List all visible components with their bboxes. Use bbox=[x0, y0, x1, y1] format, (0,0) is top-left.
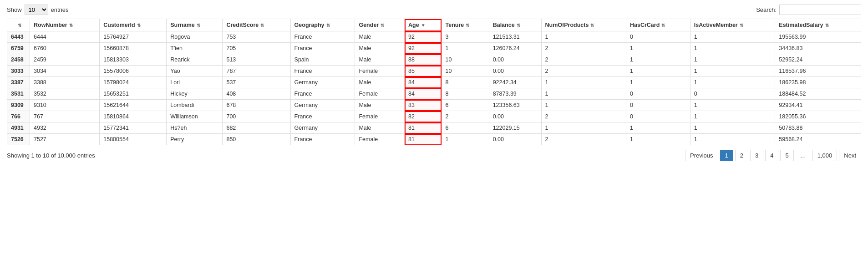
cell-balance: 0.00 bbox=[489, 66, 541, 77]
col-header-numofproducts[interactable]: NumOfProducts⇅ bbox=[541, 19, 626, 31]
col-header-index[interactable]: ⇅ bbox=[7, 19, 30, 31]
cell-gender: Male bbox=[355, 100, 405, 111]
cell-surname: Williamson bbox=[167, 111, 223, 122]
cell-rownumber: 7527 bbox=[30, 134, 100, 145]
cell-gender: Female bbox=[355, 111, 405, 122]
cell-hascrcard: 1 bbox=[626, 43, 690, 54]
cell-customerid: 15660878 bbox=[100, 43, 167, 54]
cell-index: 766 bbox=[7, 111, 30, 122]
table-row: 4931493215772341Hs?eh682GermanyMale81612… bbox=[7, 122, 861, 134]
table-row: 6443644415764927Rogova753FranceMale92312… bbox=[7, 31, 861, 43]
col-header-customerid[interactable]: CustomerId⇅ bbox=[100, 19, 167, 31]
cell-hascrcard: 1 bbox=[626, 77, 690, 88]
cell-isactivemember: 0 bbox=[690, 88, 775, 100]
cell-index: 3387 bbox=[7, 77, 30, 88]
col-header-age[interactable]: Age▼ bbox=[405, 19, 442, 31]
col-header-rownumber[interactable]: RowNumber⇅ bbox=[30, 19, 100, 31]
cell-geography: France bbox=[290, 88, 355, 100]
cell-hascrcard: 1 bbox=[626, 134, 690, 145]
cell-rownumber: 3388 bbox=[30, 77, 100, 88]
sort-arrows-isactivemember: ⇅ bbox=[740, 23, 743, 28]
cell-surname: Lori bbox=[167, 77, 223, 88]
cell-isactivemember: 1 bbox=[690, 122, 775, 134]
header-row: ⇅ RowNumber⇅ CustomerId⇅ Surname⇅ Credit… bbox=[7, 19, 861, 31]
cell-numofproducts: 2 bbox=[541, 43, 626, 54]
cell-gender: Female bbox=[355, 88, 405, 100]
cell-customerid: 15810864 bbox=[100, 111, 167, 122]
table-row: 3033303415578006Yao787FranceFemale85100.… bbox=[7, 66, 861, 77]
cell-numofproducts: 2 bbox=[541, 134, 626, 145]
sort-arrows-hascrcard: ⇅ bbox=[661, 23, 665, 28]
cell-geography: Germany bbox=[290, 100, 355, 111]
page-button-1[interactable]: 1 bbox=[720, 150, 733, 161]
search-input[interactable] bbox=[779, 5, 861, 15]
cell-surname: Hickey bbox=[167, 88, 223, 100]
entries-select[interactable]: 10 25 50 100 bbox=[25, 5, 48, 15]
cell-numofproducts: 2 bbox=[541, 66, 626, 77]
table-row: 7526752715800554Perry850FranceFemale8110… bbox=[7, 134, 861, 145]
col-header-isactivemember[interactable]: IsActiveMember⇅ bbox=[690, 19, 775, 31]
cell-numofproducts: 1 bbox=[541, 100, 626, 111]
page-button-2[interactable]: 2 bbox=[735, 150, 748, 161]
cell-age: 84 bbox=[405, 88, 442, 100]
cell-tenure: 2 bbox=[442, 111, 489, 122]
cell-age: 84 bbox=[405, 77, 442, 88]
previous-button[interactable]: Previous bbox=[685, 150, 718, 161]
sort-arrows-numofproducts: ⇅ bbox=[590, 23, 594, 28]
col-header-balance[interactable]: Balance⇅ bbox=[489, 19, 541, 31]
cell-tenure: 8 bbox=[442, 77, 489, 88]
search-label: Search: bbox=[756, 6, 777, 13]
sort-arrows-geography: ⇅ bbox=[326, 23, 330, 28]
cell-tenure: 6 bbox=[442, 122, 489, 134]
data-table: ⇅ RowNumber⇅ CustomerId⇅ Surname⇅ Credit… bbox=[7, 19, 861, 145]
page-button-4[interactable]: 4 bbox=[765, 150, 778, 161]
cell-numofproducts: 1 bbox=[541, 122, 626, 134]
cell-index: 2458 bbox=[7, 54, 30, 66]
col-header-surname[interactable]: Surname⇅ bbox=[167, 19, 223, 31]
cell-creditscore: 682 bbox=[223, 122, 290, 134]
cell-surname: Rearick bbox=[167, 54, 223, 66]
cell-estimatedsalary: 92934.41 bbox=[775, 100, 861, 111]
cell-creditscore: 537 bbox=[223, 77, 290, 88]
cell-numofproducts: 2 bbox=[541, 111, 626, 122]
cell-isactivemember: 1 bbox=[690, 100, 775, 111]
cell-creditscore: 700 bbox=[223, 111, 290, 122]
cell-customerid: 15798024 bbox=[100, 77, 167, 88]
cell-index: 6443 bbox=[7, 31, 30, 43]
cell-rownumber: 6444 bbox=[30, 31, 100, 43]
cell-gender: Female bbox=[355, 134, 405, 145]
cell-balance: 0.00 bbox=[489, 111, 541, 122]
col-header-gender[interactable]: Gender⇅ bbox=[355, 19, 405, 31]
page-button-last[interactable]: 1,000 bbox=[812, 150, 838, 161]
table-body: 6443644415764927Rogova753FranceMale92312… bbox=[7, 31, 861, 145]
cell-age: 81 bbox=[405, 134, 442, 145]
cell-isactivemember: 1 bbox=[690, 66, 775, 77]
sort-arrows-age: ▼ bbox=[421, 23, 426, 28]
entries-label: entries bbox=[51, 6, 69, 13]
cell-tenure: 3 bbox=[442, 31, 489, 43]
cell-numofproducts: 1 bbox=[541, 77, 626, 88]
col-header-geography[interactable]: Geography⇅ bbox=[290, 19, 355, 31]
ellipsis: … bbox=[796, 150, 811, 161]
col-header-tenure[interactable]: Tenure⇅ bbox=[442, 19, 489, 31]
page-button-3[interactable]: 3 bbox=[750, 150, 763, 161]
page-button-5[interactable]: 5 bbox=[780, 150, 793, 161]
cell-rownumber: 767 bbox=[30, 111, 100, 122]
showing-text: Showing 1 to 10 of 10,000 entries bbox=[7, 152, 95, 159]
cell-creditscore: 513 bbox=[223, 54, 290, 66]
cell-customerid: 15764927 bbox=[100, 31, 167, 43]
cell-geography: France bbox=[290, 43, 355, 54]
table-row: 2458245915813303Rearick513SpainMale88100… bbox=[7, 54, 861, 66]
cell-customerid: 15800554 bbox=[100, 134, 167, 145]
cell-tenure: 8 bbox=[442, 88, 489, 100]
col-header-creditscore[interactable]: CreditScore⇅ bbox=[223, 19, 290, 31]
next-button[interactable]: Next bbox=[839, 150, 861, 161]
col-header-estimatedsalary[interactable]: EstimatedSalary⇅ bbox=[775, 19, 861, 31]
sort-arrows-customerid: ⇅ bbox=[137, 23, 141, 28]
col-header-hascrcard[interactable]: HasCrCard⇅ bbox=[626, 19, 690, 31]
cell-customerid: 15653251 bbox=[100, 88, 167, 100]
cell-index: 4931 bbox=[7, 122, 30, 134]
cell-estimatedsalary: 59568.24 bbox=[775, 134, 861, 145]
cell-geography: Germany bbox=[290, 77, 355, 88]
cell-estimatedsalary: 182055.36 bbox=[775, 111, 861, 122]
